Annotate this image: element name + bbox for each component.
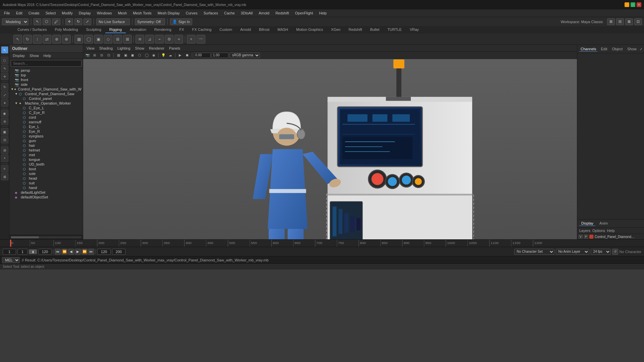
- vpt-shading-6[interactable]: ◉: [151, 52, 157, 58]
- object-tab[interactable]: Object: [610, 47, 624, 52]
- shelf-tab-curves-surfaces[interactable]: Curves / Surfaces: [13, 26, 51, 33]
- layer-p-check[interactable]: P: [584, 235, 588, 239]
- layer-v-check[interactable]: V: [579, 235, 583, 239]
- tree-item-default-object-set[interactable]: ◈ defaultObjectSet: [9, 195, 83, 199]
- jump-to-end-btn[interactable]: ⏭: [88, 249, 94, 255]
- shelf-tab-fx-caching[interactable]: FX Caching: [188, 26, 215, 33]
- menu-surfaces[interactable]: Surfaces: [201, 10, 221, 16]
- shelf-tab-mash[interactable]: MASH: [273, 26, 292, 33]
- channels-tab[interactable]: Channels: [579, 47, 597, 52]
- range-start-display[interactable]: [17, 249, 28, 255]
- shelf-icon-wave[interactable]: 〰: [197, 35, 205, 44]
- layout-btn-1[interactable]: ⊞: [607, 18, 615, 25]
- edit-tab[interactable]: Edit: [599, 47, 608, 52]
- tree-item-hand[interactable]: ⬡ hand: [9, 185, 83, 190]
- display-tab[interactable]: Display: [579, 221, 595, 226]
- menu-help[interactable]: Help: [316, 10, 329, 16]
- tree-item-gum[interactable]: ⬡ gum: [9, 138, 83, 143]
- tree-item-default-light-set[interactable]: ◈ defaultLightSet: [9, 190, 83, 195]
- vpt-ipr-icon[interactable]: ⏹: [184, 52, 190, 58]
- vp-menu-shading[interactable]: Shading: [97, 46, 115, 51]
- vpt-exposure-input[interactable]: [194, 53, 211, 58]
- tool-move[interactable]: ✛: [65, 18, 73, 25]
- outliner-search-input[interactable]: [11, 60, 82, 67]
- anim-end-input[interactable]: [97, 249, 111, 255]
- scripting-mode-select[interactable]: MEL: [2, 257, 20, 263]
- menu-edit[interactable]: Edit: [13, 10, 25, 16]
- vpt-render-icon[interactable]: ▶: [177, 52, 183, 58]
- vp-menu-view[interactable]: View: [85, 46, 97, 51]
- tool-scale-icon[interactable]: ⤢: [1, 91, 8, 99]
- sign-in-btn[interactable]: 👤 Sign In: [170, 18, 192, 25]
- tree-item-eye-r[interactable]: ⬡ Eye_R: [9, 129, 83, 134]
- shelf-tab-redshift[interactable]: Redshift: [344, 26, 366, 33]
- outliner-menu-help[interactable]: Help: [42, 53, 53, 58]
- tree-item-met[interactable]: ⬡ met: [9, 153, 83, 157]
- shelf-icon-joint[interactable]: ⊕: [52, 35, 61, 44]
- shelf-tab-turtle[interactable]: TURTLE: [383, 26, 406, 33]
- tree-item-machine-worker[interactable]: ▼ ✦ Machine_Operation_Worker: [9, 101, 83, 106]
- range-start-input[interactable]: 1: [3, 249, 16, 255]
- vpt-color-profile-select[interactable]: sRGB gamma: [229, 53, 260, 58]
- vpt-snap-icon[interactable]: ⊡: [106, 52, 112, 58]
- tool-layers-icon[interactable]: ⊠: [1, 173, 8, 180]
- vpt-gamma-input[interactable]: [212, 53, 228, 58]
- menu-arnold[interactable]: Arnold: [256, 10, 272, 16]
- anim-tab[interactable]: Anim: [597, 221, 610, 226]
- layout-btn-2[interactable]: ⊟: [616, 18, 624, 25]
- shelf-tab-sculpting[interactable]: Sculpting: [82, 26, 105, 33]
- tree-item-c-eye-r[interactable]: ⬡ C_Eye_R: [9, 110, 83, 115]
- menu-modify[interactable]: Modify: [59, 10, 75, 16]
- shelf-tab-rigging[interactable]: Rigging: [105, 26, 126, 33]
- tool-sculpt-icon[interactable]: ⊚: [1, 118, 8, 125]
- tool-camera-icon[interactable]: ⊟: [1, 136, 8, 143]
- tree-item-control-panel-saw[interactable]: ▼ ⬡ Control_Panel_Diamond_Saw: [9, 92, 83, 96]
- outliner-menu-show[interactable]: Show: [28, 53, 41, 58]
- menu-file[interactable]: File: [1, 10, 13, 16]
- no-live-surface-btn[interactable]: No Live Surface: [96, 18, 130, 25]
- shelf-tab-xgen[interactable]: XGen: [327, 26, 344, 33]
- tool-paint-select-icon[interactable]: ✎: [1, 65, 8, 72]
- timeline[interactable]: 0 50 100 150 200 250 300 350 400 450 500…: [0, 239, 644, 247]
- vpt-shading-2[interactable]: ▣: [122, 52, 128, 58]
- character-set-select[interactable]: No Character Set: [514, 249, 554, 255]
- shelf-tab-arnold[interactable]: Arnold: [236, 26, 255, 33]
- maximize-button[interactable]: □: [631, 2, 635, 7]
- vpt-shading-1[interactable]: ▦: [115, 52, 121, 58]
- tool-select[interactable]: ↖: [34, 18, 41, 25]
- shelf-tab-motion-graphics[interactable]: Motion Graphics: [292, 26, 327, 33]
- tree-item-eyeglass[interactable]: ⬡ eyeglass: [9, 134, 83, 138]
- shelf-icon-skin[interactable]: ≋: [136, 35, 144, 44]
- tool-universal-icon[interactable]: ✦: [1, 99, 8, 107]
- menu-mesh-display[interactable]: Mesh Display: [155, 10, 182, 16]
- vp-menu-panels[interactable]: Panels: [167, 46, 182, 51]
- tree-item-top[interactable]: 📷 top: [9, 73, 83, 77]
- tool-grid-icon[interactable]: ⊞: [1, 146, 8, 154]
- tool-soft-select-icon[interactable]: ◉: [1, 110, 8, 117]
- shelf-icon-component-editor[interactable]: ▦: [74, 35, 83, 44]
- loop-btn[interactable]: ↺: [612, 249, 618, 255]
- mode-dropdown[interactable]: Modeling: [2, 18, 29, 25]
- tool-move-icon[interactable]: ✛: [1, 73, 8, 80]
- menu-openflight[interactable]: OpenFlight: [292, 10, 316, 16]
- minimize-button[interactable]: –: [625, 2, 629, 7]
- step-back-btn[interactable]: ⏪: [61, 249, 67, 255]
- tree-item-head[interactable]: ⬡ head: [9, 176, 83, 181]
- tree-item-front[interactable]: 📷 front: [9, 77, 83, 82]
- shelf-icon-box[interactable]: ▣: [94, 35, 103, 44]
- options-menu[interactable]: Options: [592, 229, 605, 233]
- tree-item-helmet[interactable]: ⬡ helmet: [9, 148, 83, 153]
- shelf-tab-vray[interactable]: VRay: [406, 26, 423, 33]
- vpt-shading-5[interactable]: ◯: [144, 52, 150, 58]
- vp-menu-renderer[interactable]: Renderer: [147, 46, 166, 51]
- fps-select[interactable]: 24 fps: [591, 249, 611, 255]
- show-tab[interactable]: Show: [626, 47, 638, 52]
- shelf-icon-mirror[interactable]: ⇄: [43, 35, 51, 44]
- shelf-icon-diamond[interactable]: ◇: [104, 35, 112, 44]
- shelf-icon-ik[interactable]: ⊗: [62, 35, 71, 44]
- shelf-icon-hook[interactable]: ⌁: [155, 35, 164, 44]
- range-end-display[interactable]: [38, 249, 52, 255]
- tree-item-earmuff[interactable]: ⬡ earmuff: [9, 120, 83, 124]
- outliner-scrollbar[interactable]: [9, 235, 83, 239]
- shelf-tab-animation[interactable]: Animation: [126, 26, 150, 33]
